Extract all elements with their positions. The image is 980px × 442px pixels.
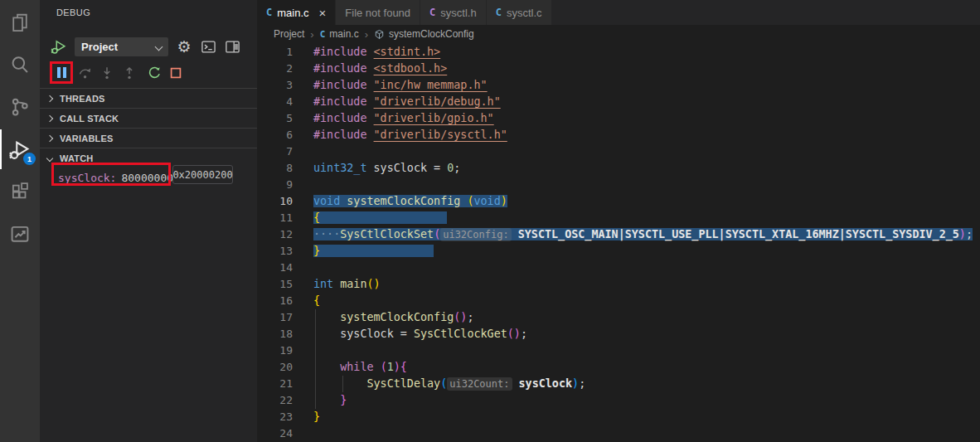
line-number[interactable]: 18 [257,326,293,342]
tab-main.c[interactable]: Cmain.c× [257,0,336,25]
debug-console-icon[interactable] [199,37,217,56]
code-area[interactable]: 1#include <stdint.h>2#include <stdbool.h… [257,43,980,442]
code-line[interactable]: 16{ [257,293,980,309]
code-line[interactable]: 8uint32_t sysClock = 0; [257,160,980,177]
extensions-icon[interactable] [0,172,40,211]
breadcrumb-label: main.c [329,28,358,40]
line-number[interactable]: 16 [257,293,293,309]
token: } [340,394,347,406]
tab-file-not-found[interactable]: File not found [336,0,420,25]
token: systemClockConfig [340,311,454,323]
stop-icon[interactable] [167,65,184,81]
step-out-icon[interactable] [121,65,138,81]
token: ; [467,311,473,323]
editor-group: Cmain.c×File not foundCsysctl.hCsysctl.c… [257,0,980,442]
code-line[interactable]: 7 [257,143,980,160]
line-number[interactable]: 23 [257,409,293,425]
close-icon[interactable]: × [319,7,327,19]
line-number[interactable]: 21 [257,376,293,392]
restart-icon[interactable] [146,65,163,81]
line-number[interactable]: 14 [257,260,293,276]
token: #include [313,129,374,141]
token: ( [381,361,387,373]
section-header-threads[interactable]: THREADS [40,88,257,108]
line-number[interactable]: 19 [257,342,293,359]
token: SysCtlDelay [367,377,441,390]
line-number[interactable]: 20 [257,359,293,376]
pause-button[interactable] [50,61,73,84]
code-line[interactable]: 3#include "inc/hw_memmap.h" [257,77,980,94]
breadcrumb: Project›Cmain.c›systemClockConfig [257,25,980,43]
panel-layout-icon[interactable] [223,37,241,56]
token: SysCtlClockGet [414,328,507,340]
code-line[interactable]: 15int main() [257,276,980,293]
code-line[interactable]: 13} [257,243,980,260]
gear-icon[interactable]: ⚙ [175,37,193,56]
token: ; [521,328,527,340]
code-line[interactable]: 10void systemClockConfig (void) [257,193,980,210]
line-number[interactable]: 12 [257,226,293,243]
start-debugging-icon[interactable] [50,37,68,56]
line-number[interactable]: 9 [257,177,293,193]
source-control-icon[interactable] [0,87,40,127]
debug-badge: 1 [23,153,36,165]
run-and-debug-icon[interactable]: 1 [0,129,40,169]
section-header-variables[interactable]: VARIABLES [40,128,257,148]
code-line[interactable]: 5#include "driverlib/gpio.h" [257,110,980,127]
code-line[interactable]: 4#include "driverlib/debug.h" [257,94,980,110]
line-number[interactable]: 24 [257,425,293,442]
token: { [400,361,407,373]
breadcrumb-label: Project [274,28,304,40]
line-number[interactable]: 11 [257,210,293,226]
tab-label: File not found [345,7,410,19]
chart-icon[interactable] [0,214,40,254]
breadcrumb-item-main.c[interactable]: Cmain.c [320,28,359,40]
token: #include [313,79,374,91]
code-line[interactable]: 17 systemClockConfig(); [257,309,980,326]
line-number[interactable]: 17 [257,309,293,326]
search-icon[interactable] [0,45,40,85]
launch-config-dropdown[interactable]: Project [75,37,168,56]
code-line[interactable]: 1#include <stdint.h> [257,44,980,61]
breadcrumb-item-systemclockconfig[interactable]: systemClockConfig [374,28,474,40]
token: ) [394,361,400,373]
code-line[interactable]: 11{ [257,210,980,226]
line-number[interactable]: 7 [257,143,293,160]
code-line[interactable]: 21 SysCtlDelay(ui32Count: sysClock); [257,376,980,392]
step-into-icon[interactable] [99,65,115,81]
code-line[interactable]: 19 [257,342,980,359]
code-line[interactable]: 23} [257,409,980,425]
line-number[interactable]: 15 [257,276,293,293]
code-line[interactable]: 12····SysCtlClockSet(ui32Config: SYSCTL_… [257,226,980,243]
line-number[interactable]: 2 [257,61,293,77]
line-number[interactable]: 13 [257,243,293,260]
token: <stdbool.h> [374,62,448,75]
code-line[interactable]: 6#include "driverlib/sysctl.h" [257,127,980,143]
section-header-call-stack[interactable]: CALL STACK [40,108,257,128]
breadcrumb-item-project[interactable]: Project [274,28,304,40]
line-number[interactable]: 1 [257,44,293,61]
code-line[interactable]: 14 [257,260,980,276]
token: ···· [313,228,340,240]
step-over-icon[interactable] [77,65,94,81]
tab-sysctl.h[interactable]: Csysctl.h [420,0,487,25]
code-line[interactable]: 9 [257,177,980,193]
tab-sysctl.c[interactable]: Csysctl.c [487,0,552,25]
line-number[interactable]: 5 [257,110,293,127]
line-number[interactable]: 10 [257,193,293,210]
explorer-icon[interactable] [0,2,40,42]
code-line[interactable]: 2#include <stdbool.h> [257,61,980,77]
code-line[interactable]: 22 } [257,392,980,409]
code-line[interactable]: 18 sysClock = SysCtlClockGet(); [257,326,980,342]
line-number[interactable]: 3 [257,77,293,94]
token: #include [313,112,374,124]
token: ui32Count: [447,377,512,391]
chevron-right-icon: › [310,28,313,41]
line-number[interactable]: 8 [257,160,293,177]
code-line[interactable]: 24 [257,425,980,442]
line-number[interactable]: 4 [257,94,293,110]
code-line[interactable]: 20 while (1){ [257,359,980,376]
token: ; [454,162,460,174]
line-number[interactable]: 6 [257,127,293,143]
line-number[interactable]: 22 [257,392,293,409]
